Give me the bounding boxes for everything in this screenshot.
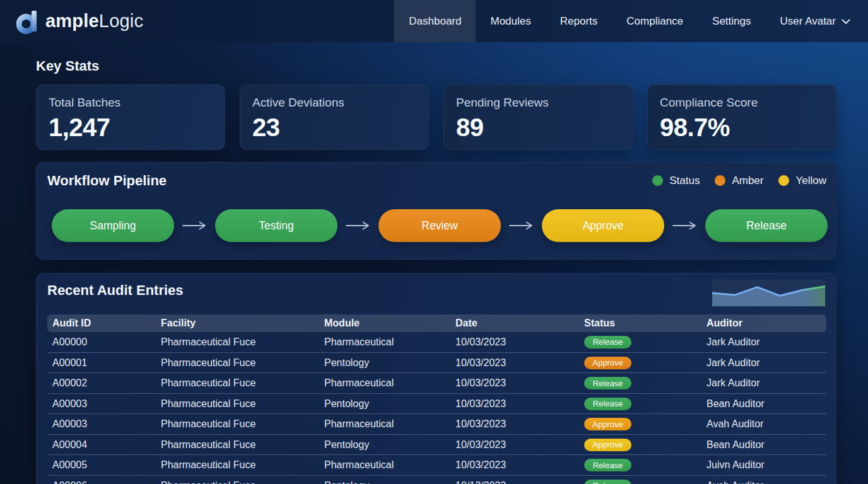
status-badge: Release [584,377,631,389]
stat-card-value: 89 [456,115,620,140]
date-cell: 10/03/2023 [450,455,579,476]
pipeline-stage-approve[interactable]: Approve [542,209,664,242]
pipeline-stages: SamplingTestingReviewApproveRelease [52,209,828,242]
nav-item-compliance[interactable]: Compliance [612,0,698,42]
stat-card-compliance-score: Compliance Score98.7% [647,84,836,150]
legend-dot-orange [715,175,725,186]
auditor-cell: Jark Auditor [701,332,826,353]
column-header-auditor: Auditor [701,314,826,332]
date-cell: 10/03/2023 [450,373,579,394]
facility-cell: Pharmaceutical Fuce [156,414,319,435]
legend-label: Yellow [795,175,826,187]
audit-entries-table: Audit IDFacilityModuleDateStatusAuditor … [47,314,826,484]
facility-cell: Pharmaceutical Fuce [156,455,319,476]
column-header-module: Module [319,314,450,332]
main-nav: DashboardModulesReportsComplianceSetting… [394,0,850,42]
status-badge: Approve [584,357,631,369]
pipeline-arrow [337,221,378,231]
date-cell: 10/03/2023 [450,393,579,414]
status-cell: Release [579,332,701,353]
legend-item-status: Status [652,175,700,187]
arrow-right-icon [509,221,534,231]
brand-name: ampleLogic [45,11,143,32]
stat-card-label: Compliance Score [660,96,824,110]
arrow-right-icon [182,221,208,231]
table-row: A00006Pharmaceutical FucePentology10/13/… [47,475,826,484]
auditor-cell: Jark Auditor [701,373,826,394]
sparkline-chart-icon [712,280,825,306]
facility-cell: Pharmaceutical Fuce [156,352,319,373]
stat-card-active-deviations: Active Deviations23 [240,84,429,150]
status-cell: Release [579,393,701,414]
date-cell: 10/13/2023 [450,475,579,484]
brand-logo[interactable]: ampleLogic [16,8,143,35]
facility-cell: Pharmaceutical Fuce [156,393,319,414]
audit-id-cell: A00003 [47,393,156,414]
table-row: A00002Pharmaceutical FucePharmaceutical1… [47,373,826,394]
date-cell: 10/03/2023 [450,414,579,435]
status-badge: Approve [584,439,631,451]
arrow-right-icon [672,221,698,231]
audit-id-cell: A00002 [47,373,156,394]
stat-card-total-batches: Total Batches1,247 [36,84,225,150]
audit-id-cell: A00000 [47,332,156,353]
auditor-cell: Avah Auditor [701,414,826,435]
legend-label: Amber [732,175,763,187]
date-cell: 10/03/2023 [450,434,579,455]
arrow-right-icon [346,221,371,231]
nav-item-reports[interactable]: Reports [546,0,613,42]
nav-item-settings[interactable]: Settings [698,0,765,42]
audit-id-cell: A00006 [47,475,156,484]
nav-item-modules[interactable]: Modules [476,0,545,42]
stat-card-value: 1,247 [49,115,213,140]
module-cell: Pharmaceutical [319,332,450,353]
facility-cell: Pharmaceutical Fuce [156,332,319,353]
pipeline-legend: StatusAmberYellow [652,175,826,187]
facility-cell: Pharmaceutical Fuce [156,475,319,484]
status-badge: Release [584,336,631,349]
date-cell: 10/03/2023 [450,352,579,373]
module-cell: Pharmaceutical [319,455,450,476]
pipeline-stage-review[interactable]: Review [378,209,501,242]
legend-item-yellow: Yellow [778,175,826,187]
status-badge: Approve [584,418,631,430]
status-cell: Approve [579,434,701,455]
pipeline-stage-sampling[interactable]: Sampling [52,209,174,242]
table-row: A00001Pharmaceutical FucePentology10/03/… [47,352,826,373]
auditor-cell: Bean Auditor [701,393,826,414]
audit-table-header: Audit IDFacilityModuleDateStatusAuditor [47,314,826,332]
stat-card-label: Active Deviations [252,96,416,110]
module-cell: Pentology [319,393,450,414]
status-badge: Release [584,480,631,484]
key-stats-heading: Key Stats [36,59,836,74]
user-avatar-menu[interactable]: User Avatar [765,0,850,42]
table-row: A00003Pharmaceutical FucePentology10/03/… [47,393,826,414]
pipeline-stage-testing[interactable]: Testing [215,209,337,242]
recent-audit-entries-title: Recent Audit Entries [47,282,826,298]
table-row: A00003Pharmaceutical FucePharmaceutical1… [47,414,826,435]
stat-card-label: Pending Reviews [456,96,620,110]
auditor-cell: Jark Auditor [701,352,826,373]
audit-id-cell: A00005 [47,455,156,476]
stat-card-value: 23 [252,115,416,140]
stat-card-label: Total Batches [49,96,213,110]
nav-item-dashboard[interactable]: Dashboard [394,0,476,42]
column-header-facility: Facility [156,314,319,332]
workflow-pipeline-panel: Workflow Pipeline StatusAmberYellow Samp… [36,162,836,260]
facility-cell: Pharmaceutical Fuce [156,373,319,394]
status-cell: Release [579,373,701,394]
recent-audit-entries-panel: Recent Audit Entries [36,273,836,484]
audit-table-header-row: Audit IDFacilityModuleDateStatusAuditor [47,314,826,332]
pipeline-stage-release[interactable]: Release [705,209,828,242]
date-cell: 10/03/2023 [450,332,579,353]
stat-card-value: 98.7% [660,115,824,140]
module-cell: Pharmaceutical [319,373,450,394]
status-badge: Release [584,398,631,410]
audit-id-cell: A00003 [47,414,156,435]
workflow-pipeline-title: Workflow Pipeline [47,173,167,188]
status-cell: Approve [579,414,701,435]
column-header-audit-id: Audit ID [47,314,156,332]
audit-id-cell: A00001 [47,352,156,373]
legend-label: Status [669,175,700,187]
table-row: A00000Pharmaceutical FucePharmaceutical1… [47,332,826,353]
